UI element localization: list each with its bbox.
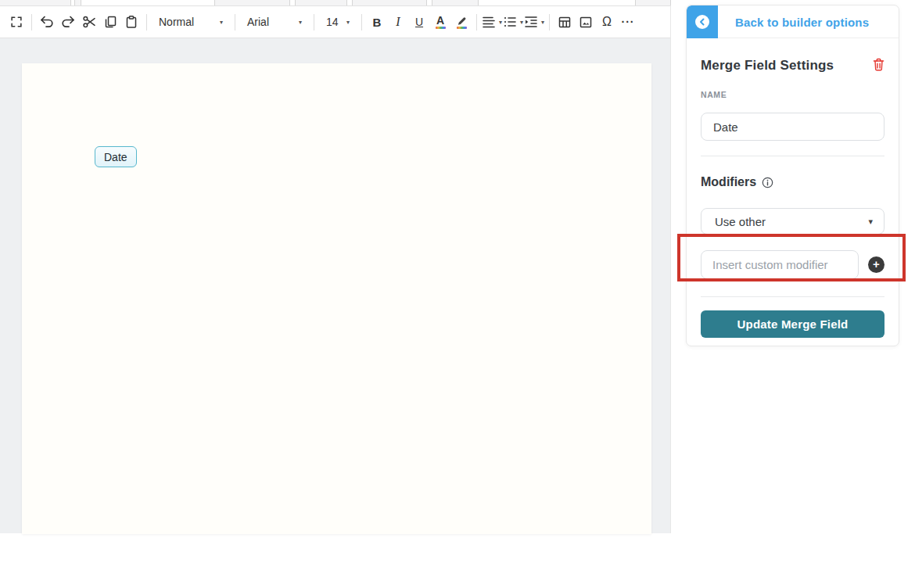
toolbar-separator <box>146 14 147 30</box>
highlight-button[interactable] <box>451 11 472 33</box>
italic-button[interactable]: I <box>388 11 408 33</box>
special-character-icon[interactable]: Ω <box>597 11 617 33</box>
tab-stub[interactable] <box>635 0 671 5</box>
tab-stub[interactable] <box>74 0 81 5</box>
more-options-icon[interactable]: ··· <box>618 11 638 33</box>
name-input[interactable] <box>701 113 884 141</box>
paste-icon[interactable] <box>121 11 142 33</box>
trash-icon[interactable] <box>873 58 884 74</box>
undo-icon[interactable] <box>37 11 57 33</box>
chevron-down-icon: ▾ <box>220 19 223 26</box>
paragraph-style-dropdown[interactable]: Normal ▾ <box>152 11 230 33</box>
font-size-value: 14 <box>326 16 339 28</box>
divider <box>701 296 884 297</box>
toolbar-separator <box>31 14 32 30</box>
paragraph-style-value: Normal <box>159 16 194 28</box>
insert-image-icon[interactable] <box>576 11 596 33</box>
chevron-down-icon: ▾ <box>346 19 350 26</box>
font-family-dropdown[interactable]: Arial ▾ <box>240 11 309 33</box>
toolbar-separator <box>314 14 314 30</box>
merge-field-tag[interactable]: Date <box>95 146 137 167</box>
modifiers-title: Modifiers <box>701 175 756 189</box>
align-dropdown[interactable]: ▾ <box>482 11 502 33</box>
insert-table-icon[interactable] <box>554 11 575 33</box>
chevron-down-icon: ▾ <box>868 217 873 227</box>
back-to-builder-link[interactable]: Back to builder options <box>735 5 869 38</box>
toolbar-separator <box>361 14 362 30</box>
panel-header: Back to builder options <box>687 5 899 38</box>
list-dropdown[interactable]: ▾ <box>503 11 523 33</box>
indent-dropdown[interactable]: ▾ <box>524 11 544 33</box>
back-button[interactable] <box>687 5 718 38</box>
modifier-select[interactable]: Use other ▾ <box>701 208 884 235</box>
panel-body: Merge Field Settings NAME Modifiers <box>687 38 899 338</box>
tab-stub[interactable] <box>432 0 479 5</box>
custom-modifier-input[interactable] <box>701 250 859 279</box>
color-bar <box>436 27 446 29</box>
bold-button[interactable]: B <box>367 11 387 33</box>
update-merge-field-button[interactable]: Update Merge Field <box>701 310 884 338</box>
modifier-select-value: Use other <box>715 215 766 228</box>
color-bar <box>457 27 467 29</box>
tab-stub[interactable] <box>0 0 71 5</box>
font-color-letter: A <box>436 15 444 26</box>
add-modifier-button[interactable]: + <box>868 256 884 273</box>
document-canvas[interactable]: Date <box>22 63 651 534</box>
font-color-button[interactable]: A <box>430 11 450 33</box>
fullscreen-icon[interactable] <box>6 11 27 33</box>
name-field-label: NAME <box>701 90 884 100</box>
rich-text-editor: Normal ▾ Arial ▾ 14 ▾ B I U A <box>0 5 671 533</box>
editor-toolbar: Normal ▾ Arial ▾ 14 ▾ B I U A <box>0 6 670 38</box>
chevron-down-icon: ▾ <box>299 19 302 26</box>
chevron-left-icon <box>695 15 709 29</box>
toolbar-separator <box>235 14 235 30</box>
toolbar-separator <box>476 14 477 30</box>
chevron-down-icon: ▾ <box>499 19 502 26</box>
cut-icon[interactable] <box>79 11 99 33</box>
copy-icon[interactable] <box>100 11 120 33</box>
divider <box>701 156 884 156</box>
redo-icon[interactable] <box>58 11 78 33</box>
underline-button[interactable]: U <box>409 11 429 33</box>
tab-stub[interactable] <box>352 0 427 5</box>
merge-field-settings-panel: Back to builder options Merge Field Sett… <box>686 5 899 346</box>
panel-title: Merge Field Settings <box>701 58 834 74</box>
chevron-down-icon: ▾ <box>541 19 544 26</box>
font-family-value: Arial <box>247 16 269 28</box>
tab-stub[interactable] <box>214 0 290 5</box>
tab-stub[interactable] <box>295 0 347 5</box>
toolbar-separator <box>549 14 550 30</box>
font-size-dropdown[interactable]: 14 ▾ <box>319 11 357 33</box>
info-icon[interactable] <box>762 177 773 188</box>
chevron-down-icon: ▾ <box>520 19 523 26</box>
